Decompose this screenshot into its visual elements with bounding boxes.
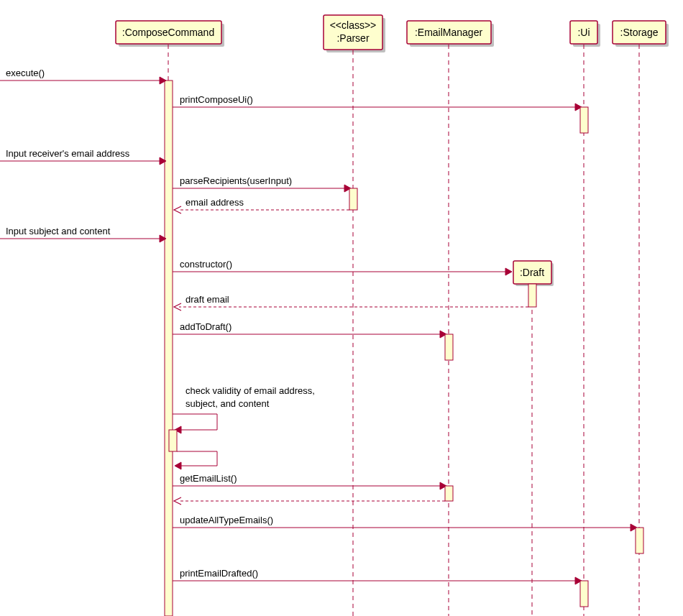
return-emailaddress: email address [174,197,349,213]
activation-parser [349,188,357,210]
return-draftemail: draft email [174,294,528,311]
execute-label: execute() [6,68,45,78]
activation-draft [528,284,536,307]
updatealltypeemails-label: updateAllTypeEmails() [180,515,273,525]
message-updatealltypeemails: updateAllTypeEmails() [173,515,637,531]
activation-ui-2 [580,581,588,607]
parser-name: :Parser [336,32,369,44]
activation-storage [636,528,643,553]
sequence-diagram: :ComposeCommand <<class>> :Parser :Email… [0,0,683,616]
inputsubject-label: Input subject and content [6,226,111,236]
svg-marker-22 [505,268,512,275]
activation-ui-1 [580,107,588,133]
emailaddressreturn-label: email address [185,197,244,208]
activation-composecommand-self [169,430,177,451]
message-constructor: constructor() [173,259,512,275]
return-getemaillist [174,497,445,505]
addtodraft-label: addToDraft() [180,321,232,332]
message-parserecipients: parseRecipients(userInput) [173,175,351,192]
storage-label: :Storage [620,27,659,38]
checkvalidity-line2: subject, and content [185,398,270,409]
participant-parser: <<class>> :Parser [324,15,385,52]
draft-label: :Draft [520,267,544,278]
message-getemaillist: getEmailList() [173,473,446,489]
printcomposeui-label: printComposeUi() [180,94,253,105]
participant-composecommand: :ComposeCommand [116,21,224,47]
constructor-label: constructor() [180,259,232,270]
message-inputsubject: Input subject and content [0,226,166,242]
printemaildrafted-label: printEmailDrafted() [180,568,258,579]
ui-label: :Ui [577,27,590,38]
return-checkvalidity [175,451,217,469]
getemaillist-label: getEmailList() [180,473,237,484]
draftemailreturn-label: draft email [185,294,229,305]
participant-draft: :Draft [513,261,554,286]
composecommand-label: :ComposeCommand [122,27,214,38]
checkvalidity-line1: check validity of email address, [185,385,315,396]
inputreceiver-label: Input receiver's email address [6,148,130,159]
message-execute: execute() [0,68,166,84]
activation-emailmanager-1 [445,334,453,360]
message-printemaildrafted: printEmailDrafted() [173,568,582,584]
message-addtodraft: addToDraft() [173,321,446,338]
activation-emailmanager-2 [445,486,453,501]
message-inputreceiver: Input receiver's email address [0,148,166,165]
emailmanager-label: :EmailManager [415,27,482,38]
participant-ui: :Ui [570,21,600,47]
parserecipients-label: parseRecipients(userInput) [180,175,292,186]
svg-marker-29 [175,462,181,469]
participant-emailmanager: :EmailManager [407,21,494,47]
message-checkvalidity: check validity of email address, subject… [173,385,315,433]
participant-storage: :Storage [613,21,669,47]
parser-stereo: <<class>> [330,19,377,31]
message-printcomposeui: printComposeUi() [173,94,582,111]
